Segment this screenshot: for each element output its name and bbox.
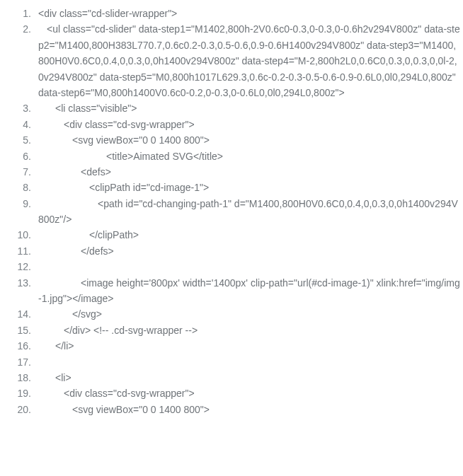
code-content: <li>: [38, 370, 460, 385]
code-text: </clipPath>: [89, 229, 139, 240]
code-text: <li class="visible">: [55, 103, 137, 114]
code-line: 2.<ul class="cd-slider" data-step1="M140…: [0, 21, 460, 100]
code-text: <path id="cd-changing-path-1" d="M1400,8…: [38, 198, 458, 225]
code-line: 13.<image height='800px' width='1400px' …: [0, 275, 460, 307]
code-content: <clipPath id="cd-image-1">: [38, 180, 460, 195]
line-number: 5.: [0, 132, 38, 148]
code-text: <li>: [55, 372, 72, 383]
line-number: 4.: [0, 117, 38, 132]
line-number: 11.: [0, 243, 38, 259]
code-line: 4.<div class="cd-svg-wrapper">: [0, 117, 460, 132]
code-line: 7.<defs>: [0, 164, 460, 180]
code-text: <svg viewBox="0 0 1400 800">: [72, 404, 210, 415]
code-text: </defs>: [81, 245, 114, 257]
code-line: 8.<clipPath id="cd-image-1">: [0, 180, 460, 195]
line-number: 19.: [0, 385, 38, 401]
line-number: 2.: [0, 21, 38, 37]
code-line: 20.<svg viewBox="0 0 1400 800">: [0, 402, 460, 417]
code-content: <svg viewBox="0 0 1400 800">: [38, 132, 460, 148]
line-number: 7.: [0, 164, 38, 180]
code-text: <div class="cd-slider-wrapper">: [38, 8, 177, 19]
code-content: </div> <!-- .cd-svg-wrapper -->: [38, 323, 460, 338]
code-text: <div class="cd-svg-wrapper">: [64, 119, 195, 130]
code-text: <ul class="cd-slider" data-step1="M1402,…: [38, 23, 460, 98]
line-number: 18.: [0, 370, 38, 385]
code-text: </svg>: [72, 308, 102, 320]
line-number: 14.: [0, 306, 38, 322]
code-text: <svg viewBox="0 0 1400 800">: [72, 134, 210, 146]
line-number: 1.: [0, 6, 38, 21]
code-line: 10.</clipPath>: [0, 227, 460, 243]
code-content: </defs>: [38, 243, 460, 259]
code-content: <li class="visible">: [38, 100, 460, 116]
code-line: 9.<path id="cd-changing-path-1" d="M1400…: [0, 196, 460, 228]
code-line: 5.<svg viewBox="0 0 1400 800">: [0, 132, 460, 148]
code-content: <defs>: [38, 164, 460, 180]
code-content: <div class="cd-svg-wrapper">: [38, 117, 460, 132]
code-content: </li>: [38, 338, 460, 354]
code-content: <title>Aimated SVG</title>: [38, 149, 460, 164]
line-number: 15.: [0, 323, 38, 338]
code-content: <ul class="cd-slider" data-step1="M1402,…: [38, 21, 460, 100]
code-line: 16.</li>: [0, 338, 460, 354]
code-content: <path id="cd-changing-path-1" d="M1400,8…: [38, 196, 460, 228]
code-content: <svg viewBox="0 0 1400 800">: [38, 402, 460, 417]
code-content: <div class="cd-slider-wrapper">: [38, 6, 460, 21]
line-number: 6.: [0, 149, 38, 164]
code-lines: 1.<div class="cd-slider-wrapper">2.<ul c…: [0, 6, 460, 417]
code-block: 1.<div class="cd-slider-wrapper">2.<ul c…: [0, 0, 463, 423]
code-content: <image height='800px' width='1400px' cli…: [38, 275, 460, 307]
line-number: 3.: [0, 100, 38, 116]
code-line: 15.</div> <!-- .cd-svg-wrapper -->: [0, 323, 460, 338]
code-text: <title>Aimated SVG</title>: [106, 151, 223, 162]
line-number: 17.: [0, 354, 38, 370]
line-number: 10.: [0, 227, 38, 243]
code-line: 1.<div class="cd-slider-wrapper">: [0, 6, 460, 21]
code-line: 18.<li>: [0, 370, 460, 385]
code-content: [38, 259, 460, 274]
line-number: 20.: [0, 402, 38, 417]
code-text: <image height='800px' width='1400px' cli…: [38, 277, 460, 304]
code-text: <clipPath id="cd-image-1">: [89, 182, 209, 193]
code-line: 17.: [0, 354, 460, 370]
line-number: 12.: [0, 259, 38, 274]
code-content: <div class="cd-svg-wrapper">: [38, 385, 460, 401]
code-line: 19.<div class="cd-svg-wrapper">: [0, 385, 460, 401]
code-content: </svg>: [38, 306, 460, 322]
code-content: </clipPath>: [38, 227, 460, 243]
line-number: 13.: [0, 275, 38, 291]
code-line: 12.: [0, 259, 460, 274]
line-number: 16.: [0, 338, 38, 354]
code-line: 11.</defs>: [0, 243, 460, 259]
code-content: [38, 354, 460, 370]
line-number: 8.: [0, 180, 38, 195]
code-text: <defs>: [81, 166, 111, 178]
code-text: </div> <!-- .cd-svg-wrapper -->: [64, 325, 198, 336]
line-number: 9.: [0, 196, 38, 211]
code-line: 6.<title>Aimated SVG</title>: [0, 149, 460, 164]
code-line: 3.<li class="visible">: [0, 100, 460, 116]
code-text: </li>: [55, 340, 74, 352]
code-line: 14.</svg>: [0, 306, 460, 322]
code-text: <div class="cd-svg-wrapper">: [64, 388, 195, 399]
